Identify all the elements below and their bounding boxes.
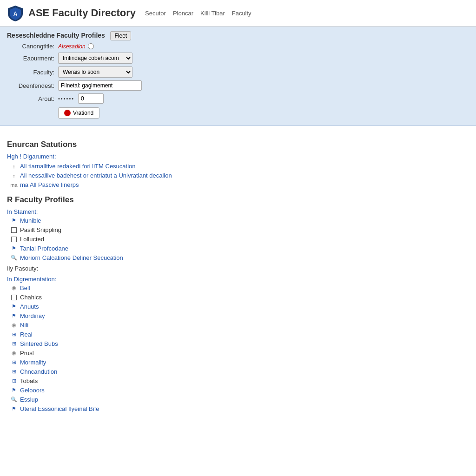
item-text: Lollucted [20, 236, 44, 243]
header-title: ASE Faculty Directory [28, 7, 136, 19]
eaourment-control: Imlindage cobeh acomOption 2Option 3 [58, 53, 132, 64]
main-nav: Secutor Ploncar Killi Tibar Faculty [145, 10, 251, 17]
list-item: ⊞ Chncandution [7, 368, 469, 375]
item-text[interactable]: All tiarnalltive redakedi fori liTM Cesu… [20, 163, 136, 170]
enurcan-satutions-section: Enurcan Satutions Hgh ! Digarument: ↑ Al… [7, 140, 469, 188]
search-panel-header: Reseschleddne Faculty Profiles Fleet [7, 31, 469, 43]
item-text[interactable]: Moriorn Calcatione Deliner Secucation [20, 254, 123, 261]
item-text[interactable]: Bell [20, 284, 30, 291]
list-item: ⚑ Munible [7, 217, 469, 224]
checkbox-icon [11, 236, 17, 243]
list-item: Pasilt Snippling [7, 226, 469, 233]
list-item: ⚑ Gelooors [7, 387, 469, 394]
arout-label: Arout: [7, 95, 58, 102]
list-item: ◉ Bell [7, 284, 469, 291]
item-text[interactable]: Mordinay [20, 312, 45, 319]
item-text[interactable]: Uteral Esssonical Ilyeinal Bife [20, 405, 99, 412]
in-digrementation-label: In Digrementation: [7, 276, 469, 283]
faculty-select[interactable]: Werais lo soonOption 2Option 3 [58, 66, 132, 78]
svg-text:A: A [13, 11, 18, 17]
item-text[interactable]: ma All Pascive linerps [20, 181, 79, 188]
canongtitle-row: Canongtitle: Alsesadion [7, 43, 469, 50]
arout-row: Arout: •••••• [7, 93, 469, 104]
item-text[interactable]: All nessallive badehest or entriatut a U… [20, 172, 172, 179]
flag-icon: ⚑ [11, 304, 17, 310]
list-item: 🔍 Esslup [7, 396, 469, 403]
item-text: Chahics [20, 294, 42, 301]
item-text[interactable]: Sintered Bubs [20, 340, 58, 347]
search-icon: 🔍 [11, 397, 17, 403]
list-item: ↑ All nessallive badehest or entriatut a… [7, 172, 469, 179]
item-text[interactable]: Real [20, 331, 33, 338]
eaourment-label: Eaourment: [7, 55, 58, 62]
search-button[interactable]: Vrationd [58, 107, 99, 119]
item-text[interactable]: Nili [20, 322, 28, 329]
flag-icon: ⚑ [11, 406, 17, 412]
deenfendest-input[interactable] [58, 80, 142, 91]
search-panel: Reseschleddne Faculty Profiles Fleet Can… [0, 26, 476, 126]
arout-number[interactable] [78, 93, 104, 104]
list-item: ma ma All Pascive linerps [7, 181, 469, 188]
arout-password: •••••• [58, 96, 74, 101]
item-text[interactable]: Chncandution [20, 368, 57, 375]
in-stament-label: In Stament: [7, 208, 469, 215]
ily-faculty-label: Ily Pasouty: [7, 265, 469, 272]
search-btn-icon [64, 110, 71, 116]
item-text: Pasilt Snippling [20, 226, 61, 233]
faculty-control: Werais lo soonOption 2Option 3 [58, 66, 132, 78]
eaourment-row: Eaourment: Imlindage cobeh acomOption 2O… [7, 53, 469, 64]
item-text[interactable]: Mormality [20, 359, 46, 366]
item-text[interactable]: Esslup [20, 396, 38, 403]
arrow-icon: ↑ [11, 172, 17, 179]
image-icon: ⊞ [11, 331, 17, 338]
canongtitle-value: Alsesadion [58, 43, 86, 50]
circle-icon: ◉ [11, 350, 17, 357]
list-item: ⊞ Tobats [7, 377, 469, 384]
search-btn-label: Vrationd [73, 110, 93, 116]
circle-icon: ◉ [11, 322, 17, 329]
flag-icon: ⚑ [11, 218, 17, 224]
list-item: ◉ Nili [7, 322, 469, 329]
logo: A ASE Faculty Directory [7, 5, 136, 21]
list-item: 🔍 Moriorn Calcatione Deliner Secucation [7, 254, 469, 261]
nav-faculty[interactable]: Faculty [232, 10, 251, 17]
item-text: Tobats [20, 377, 38, 384]
nav-killi-tibar[interactable]: Killi Tibar [200, 10, 225, 17]
canongtitle-control: Alsesadion [58, 43, 94, 50]
image-icon: ⊞ [11, 341, 17, 347]
image-icon: ⊞ [11, 359, 17, 366]
list-item: ⊞ Mormality [7, 359, 469, 366]
list-item: ⊞ Real [7, 331, 469, 338]
item-text[interactable]: Gelooors [20, 387, 45, 394]
circle-icon: ◉ [11, 285, 17, 291]
list-item: ⚑ Anuuts [7, 303, 469, 310]
arout-control: •••••• [58, 93, 104, 104]
list-item: ⚑ Tanial Profcodane [7, 245, 469, 252]
fleet-button[interactable]: Fleet [110, 31, 131, 40]
search-panel-title: Reseschleddne Faculty Profiles [7, 32, 105, 39]
search-icon: 🔍 [11, 255, 17, 261]
enurcan-satutions-heading: Enurcan Satutions [7, 140, 469, 149]
deenfendest-row: Deenfendest: [7, 80, 469, 91]
item-text[interactable]: Anuuts [20, 303, 39, 310]
item-text[interactable]: Tanial Profcodane [20, 245, 68, 252]
shield-icon: A [7, 5, 24, 21]
checkbox-icon [11, 227, 17, 233]
canongtitle-radio[interactable] [88, 43, 94, 49]
list-item: Chahics [7, 294, 469, 301]
flag-icon: ⚑ [11, 245, 17, 252]
r-faculty-profiles-section: R Faculty Profiles In Stament: ⚑ Munible… [7, 195, 469, 412]
nav-ploncar[interactable]: Ploncar [173, 10, 193, 17]
eaourment-select[interactable]: Imlindage cobeh acomOption 2Option 3 [58, 53, 132, 64]
deenfendest-control [58, 80, 142, 91]
header: A ASE Faculty Directory Secutor Ploncar … [0, 0, 476, 26]
item-text[interactable]: Munible [20, 217, 41, 224]
flag-icon: ⚑ [11, 387, 17, 394]
deenfendest-label: Deenfendest: [7, 82, 58, 89]
faculty-label: Faculty: [7, 69, 58, 76]
list-item: ◉ Prusl [7, 350, 469, 357]
image-icon: ⊞ [11, 378, 17, 384]
enurcan-sub-heading: Hgh ! Digarument: [7, 153, 469, 160]
list-item: Lollucted [7, 236, 469, 243]
nav-secutor[interactable]: Secutor [145, 10, 166, 17]
